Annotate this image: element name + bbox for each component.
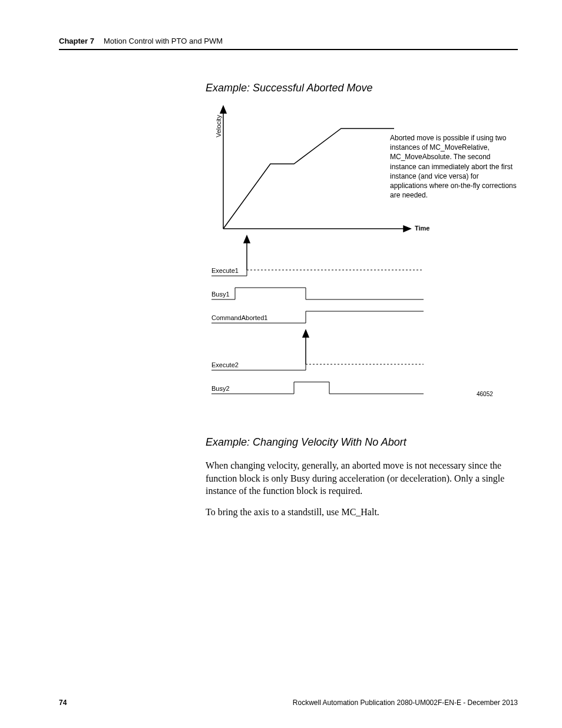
svg-marker-18 bbox=[303, 330, 309, 337]
signal-label-execute2: Execute2 bbox=[211, 361, 239, 368]
header-row: Chapter 7 Motion Control with PTO and PW… bbox=[59, 37, 518, 45]
signal-label-execute1: Execute1 bbox=[211, 267, 239, 274]
document-page: Chapter 7 Motion Control with PTO and PW… bbox=[0, 0, 562, 728]
svg-marker-1 bbox=[220, 106, 226, 113]
main-content: Example: Successful Aborted Move bbox=[206, 82, 518, 411]
signal-label-commandaborted1: CommandAborted1 bbox=[211, 314, 267, 321]
page-number: 74 bbox=[59, 699, 67, 707]
example2-heading: Example: Changing Velocity With No Abort bbox=[206, 436, 518, 449]
chapter-label: Chapter 7 bbox=[59, 37, 94, 45]
page-footer: 74 Rockwell Automation Publication 2080-… bbox=[59, 699, 518, 707]
chapter-title: Motion Control with PTO and PWM bbox=[104, 37, 223, 45]
timing-diagram: Velocity Time Aborted move is possible i… bbox=[206, 105, 518, 411]
figure-number: 46052 bbox=[477, 391, 493, 397]
signal-label-busy1: Busy1 bbox=[211, 291, 230, 298]
velocity-axis-label: Velocity bbox=[215, 115, 222, 137]
page-header: Chapter 7 Motion Control with PTO and PW… bbox=[59, 37, 518, 50]
svg-marker-5 bbox=[244, 236, 250, 243]
example2-para1: When changing velocity, generally, an ab… bbox=[206, 459, 518, 498]
example2-para2: To bring the axis to a standstill, use M… bbox=[206, 506, 518, 519]
example2-section: Example: Changing Velocity With No Abort… bbox=[206, 436, 518, 518]
publication-line: Rockwell Automation Publication 2080-UM0… bbox=[293, 699, 518, 707]
example1-heading: Example: Successful Aborted Move bbox=[206, 82, 518, 94]
signal-label-busy2: Busy2 bbox=[211, 385, 230, 392]
header-rule bbox=[59, 49, 518, 50]
time-axis-label: Time bbox=[415, 225, 429, 232]
diagram-annotation: Aborted move is possible if using two in… bbox=[390, 133, 517, 200]
svg-marker-3 bbox=[404, 226, 411, 232]
